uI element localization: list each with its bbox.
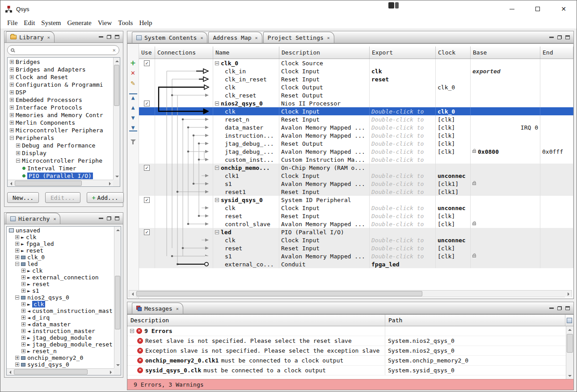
minimize-button[interactable] <box>499 0 525 17</box>
library-tree-item[interactable]: −Peripherals <box>8 134 113 142</box>
tab-close-icon[interactable]: ✕ <box>200 35 203 40</box>
library-tree-item[interactable]: +Interface Protocols <box>8 104 113 111</box>
export-cell[interactable]: Double-click to <box>370 244 436 252</box>
column-header-name[interactable]: Name <box>213 46 279 59</box>
panel-minimize-icon[interactable] <box>549 37 554 38</box>
library-tree-item[interactable]: +Memories and Memory Contr <box>8 111 113 119</box>
connections-cell[interactable] <box>155 188 213 196</box>
expander-icon[interactable]: + <box>21 302 25 306</box>
hierarchy-tree-item[interactable]: +►reset <box>7 281 114 287</box>
hierarchy-vertical-scrollbar[interactable] <box>114 227 121 368</box>
clock-cell[interactable]: [clk] <box>436 115 471 123</box>
connections-cell[interactable] <box>155 156 213 164</box>
clock-cell[interactable]: [clk1] <box>436 188 471 196</box>
scroll-down-icon[interactable] <box>114 362 121 368</box>
hierarchy-tree-item[interactable]: +►clk <box>7 301 114 308</box>
tab-close-icon[interactable]: ✕ <box>327 35 330 40</box>
expander-icon[interactable]: + <box>15 356 19 360</box>
library-tree-item[interactable]: +Microcontroller Periphera <box>8 126 113 134</box>
clock-cell[interactable] <box>436 228 471 236</box>
expander-icon[interactable]: + <box>10 60 14 64</box>
export-cell[interactable]: Double-click to <box>370 220 436 228</box>
column-header-export[interactable]: Export <box>370 46 436 59</box>
clock-cell[interactable]: unconnec <box>436 236 471 244</box>
horizontal-scrollbar[interactable] <box>129 290 572 297</box>
clock-cell[interactable]: [clk] <box>436 244 471 252</box>
export-cell[interactable]: fpga_led <box>370 260 436 268</box>
expander-icon[interactable]: + <box>21 329 25 333</box>
expander-icon[interactable]: + <box>21 289 25 293</box>
clock-cell[interactable] <box>436 59 471 67</box>
row-expander-icon[interactable]: − <box>215 101 219 105</box>
connections-cell[interactable] <box>155 204 213 212</box>
message-row[interactable]: ✕onchip_memory2_0.clk1 must be connected… <box>127 356 566 366</box>
table-row[interactable]: reset_nReset InputDouble-click to[clk] <box>139 115 573 123</box>
hierarchy-tab[interactable]: Hierarchy ✕ <box>6 213 60 224</box>
expander-icon[interactable]: + <box>21 316 25 320</box>
hierarchy-tree-item[interactable]: +►jtag_debug_module_reset <box>7 341 114 348</box>
hierarchy-tree-item[interactable]: +onchip_memory2_0 <box>7 354 114 361</box>
connections-cell[interactable] <box>155 115 213 123</box>
connections-cell[interactable] <box>155 228 213 236</box>
column-header-connections[interactable]: Connections <box>155 46 213 59</box>
message-row[interactable]: ✕Reset slave is not specified. Please se… <box>127 336 566 346</box>
library-tree-item[interactable]: +Clock and Reset <box>8 73 113 81</box>
base-cell[interactable]: 0x0800 <box>471 148 540 156</box>
expander-icon[interactable]: + <box>21 336 25 340</box>
export-cell[interactable]: Double-click to <box>370 172 436 180</box>
connections-cell[interactable] <box>155 123 213 131</box>
library-tree-item[interactable]: PIO (Parallel I/O) <box>8 172 113 180</box>
tab-address-map[interactable]: Address Map ✕ <box>208 32 262 43</box>
table-row[interactable]: jtag_debug_...Reset OutputDouble-click t… <box>139 139 573 148</box>
table-row[interactable]: s1Avalon Memory Mapped ...Double-click t… <box>139 180 573 188</box>
use-checkbox[interactable]: ✓ <box>144 60 150 66</box>
tab-project-settings[interactable]: Project Settings ✕ <box>263 32 334 43</box>
connections-cell[interactable] <box>155 196 213 204</box>
export-cell[interactable] <box>370 196 436 204</box>
connections-cell[interactable] <box>155 212 213 220</box>
expander-icon[interactable]: − <box>10 136 14 140</box>
clock-cell[interactable] <box>436 156 471 164</box>
connections-cell[interactable] <box>155 131 213 139</box>
export-cell[interactable]: Double-click to <box>370 107 436 115</box>
expander-icon[interactable]: + <box>10 105 14 110</box>
base-cell[interactable] <box>471 75 540 83</box>
base-cell[interactable]: exported <box>471 67 540 75</box>
export-cell[interactable] <box>370 83 436 91</box>
connections-cell[interactable] <box>155 59 213 67</box>
expander-icon[interactable]: + <box>21 349 25 353</box>
row-expander-icon[interactable]: − <box>215 230 219 234</box>
table-row[interactable]: ✓−clk_0Clock Source <box>139 59 573 67</box>
connections-cell[interactable] <box>155 148 213 156</box>
table-row[interactable]: resetReset InputDouble-click to[clk] <box>139 212 573 220</box>
clock-cell[interactable]: [clk] <box>436 139 471 148</box>
scroll-up-icon[interactable] <box>114 227 121 233</box>
close-button[interactable]: ✕ <box>551 0 577 17</box>
library-tree-item[interactable]: +Merlin Components <box>8 119 113 126</box>
clock-cell[interactable]: clk_0 <box>436 83 471 91</box>
base-cell[interactable] <box>471 131 540 139</box>
expander-icon[interactable]: − <box>15 262 19 266</box>
expander-icon[interactable]: + <box>21 309 25 313</box>
move-down-icon[interactable]: ▼ <box>129 114 137 121</box>
library-horizontal-scrollbar[interactable] <box>8 180 113 186</box>
panel-maximize-icon[interactable] <box>115 216 119 220</box>
expander-icon[interactable]: + <box>10 75 14 79</box>
library-tree-item[interactable]: +Embedded Processors <box>8 96 113 104</box>
table-row[interactable]: reset1Reset InputDouble-click to[clk1] <box>139 188 573 196</box>
base-cell[interactable] <box>471 212 540 220</box>
menu-system[interactable]: System <box>38 19 64 27</box>
connections-cell[interactable] <box>155 75 213 83</box>
tab-close-icon[interactable]: ✕ <box>176 306 179 311</box>
table-row[interactable]: ✓−onchip_memo...On-Chip Memory (RAM o... <box>139 164 573 172</box>
table-row[interactable]: clk1Clock InputDouble-click tounconnec <box>139 172 573 180</box>
export-cell[interactable]: Double-click to <box>370 212 436 220</box>
export-cell[interactable]: clk <box>370 67 436 75</box>
move-top-icon[interactable]: ▲ <box>129 93 137 101</box>
table-row[interactable]: custom_inst...Custom Instruction Ma...Do… <box>139 156 573 164</box>
scroll-left-icon[interactable] <box>7 369 13 375</box>
expander-icon[interactable]: + <box>21 269 25 273</box>
export-cell[interactable]: Double-click to <box>370 139 436 148</box>
scrollbar-thumb[interactable] <box>115 276 120 329</box>
clock-cell[interactable]: unconnec <box>436 172 471 180</box>
